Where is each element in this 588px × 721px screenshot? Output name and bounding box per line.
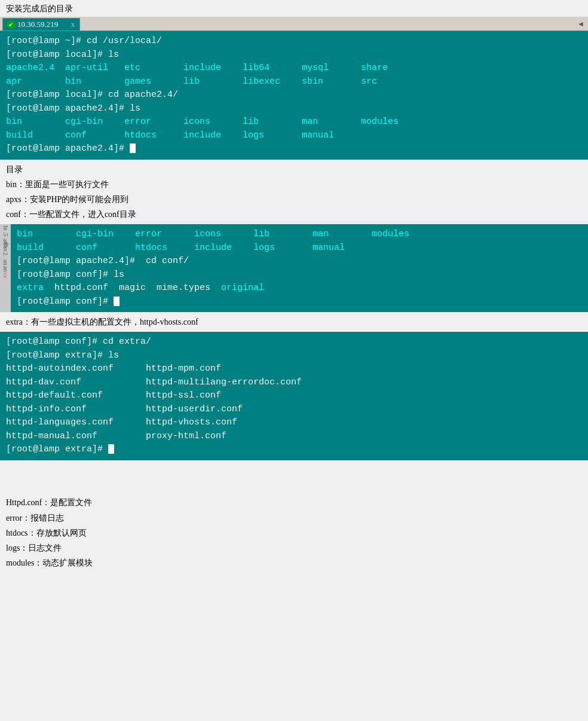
side-labels: In .5 录 an an 2. an an ce xyxy=(0,224,11,312)
side-label-an4: an xyxy=(2,266,9,271)
side-label-in: In xyxy=(2,225,9,230)
page-title: 安装完成后的目录 xyxy=(0,0,588,17)
desc-line-3-2: error：报错日志 xyxy=(6,511,582,526)
desc-line-3-blank1 xyxy=(6,465,582,480)
desc-line-3-1: Httpd.conf：是配置文件 xyxy=(6,495,582,510)
desc-line-3-4: logs：日志文件 xyxy=(6,540,582,555)
terminal-2-container: In .5 录 an an 2. an an ce bin cgi-bin er… xyxy=(0,224,588,312)
side-label-ce: ce xyxy=(2,273,9,278)
desc-section-2: extra：有一些虚拟主机的配置文件，httpd-vhosts.conf xyxy=(0,312,588,332)
side-label-an3: an xyxy=(2,259,9,265)
desc-line-2-1: extra：有一些虚拟主机的配置文件，httpd-vhosts.conf xyxy=(6,314,582,329)
terminal-3-content[interactable]: [root@lamp conf]# cd extra/ [root@lamp e… xyxy=(0,332,588,460)
terminal-tab[interactable]: ✔ 10.30.59.219 x xyxy=(2,18,80,30)
desc-line-1-2: bin：里面是一些可执行文件 xyxy=(6,177,582,192)
side-label-5: .5 xyxy=(2,232,9,237)
desc-line-3-blank2 xyxy=(6,480,582,495)
desc-section-3: Httpd.conf：是配置文件 error：报错日志 htdocs：存放默认网… xyxy=(0,460,588,575)
tab-icon: ✔ xyxy=(7,20,15,29)
tab-bar: ✔ 10.30.59.219 x ◄ xyxy=(0,17,588,31)
desc-line-1-1: 目录 xyxy=(6,162,582,177)
desc-section-1: 目录 bin：里面是一些可执行文件 apxs：安装PHP的时候可能会用到 con… xyxy=(0,160,588,225)
tab-scroll-arrow[interactable]: ◄ xyxy=(577,20,584,29)
side-label-2: 2. xyxy=(2,252,9,257)
desc-line-1-3: apxs：安装PHP的时候可能会用到 xyxy=(6,192,582,207)
terminal-3: [root@lamp conf]# cd extra/ [root@lamp e… xyxy=(0,332,588,460)
side-label-an2: an xyxy=(2,246,9,251)
tab-label: 10.30.59.219 xyxy=(17,20,58,29)
terminal-1-content[interactable]: [root@lamp ~]# cd /usr/local/ [root@lamp… xyxy=(0,31,588,160)
desc-line-3-3: htdocs：存放默认网页 xyxy=(6,526,582,540)
tab-close-button[interactable]: x xyxy=(71,20,75,29)
terminal-2-content[interactable]: bin cgi-bin error icons lib man modules … xyxy=(11,224,588,312)
terminal-1: [root@lamp ~]# cd /usr/local/ [root@lamp… xyxy=(0,31,588,160)
desc-line-3-5: modules：动态扩展模块 xyxy=(6,555,582,570)
desc-line-1-4: conf：一些配置文件，进入conf目录 xyxy=(6,207,582,222)
side-label-an1: an xyxy=(2,239,9,244)
